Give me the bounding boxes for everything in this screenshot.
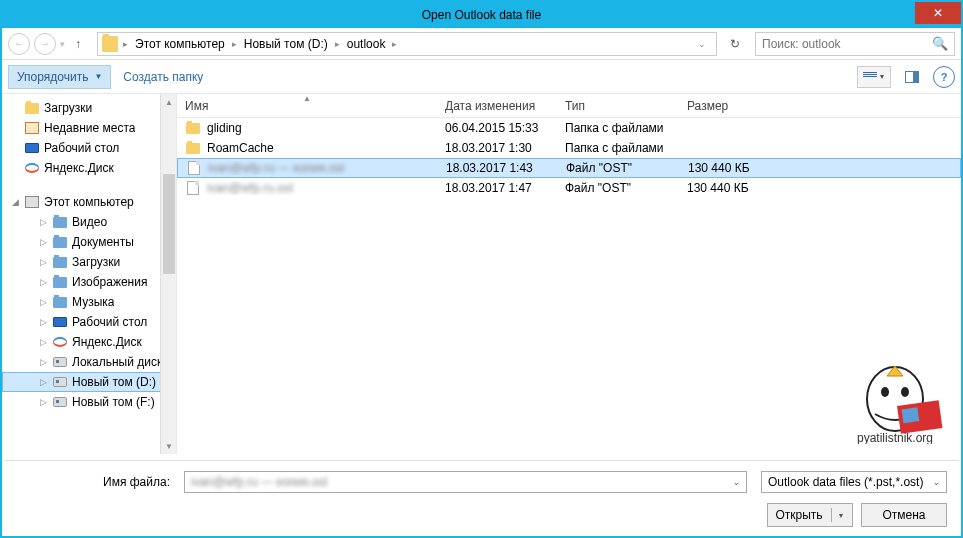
expand-icon[interactable]: ▷: [38, 357, 48, 367]
history-dropdown-icon[interactable]: ▾: [60, 39, 65, 49]
tree-item[interactable]: Рабочий стол: [2, 138, 176, 158]
scrollbar-thumb[interactable]: [163, 174, 175, 274]
up-button[interactable]: ↑: [69, 35, 87, 53]
collapse-icon[interactable]: ◢: [10, 197, 20, 207]
file-type: Файл "OST": [558, 161, 680, 175]
file-size: 130 440 КБ: [679, 181, 759, 195]
expand-icon[interactable]: ▷: [38, 257, 48, 267]
open-button[interactable]: Открыть ▼: [767, 503, 853, 527]
folder-blue-icon: [52, 255, 68, 269]
tree-item[interactable]: ▷ Рабочий стол: [2, 312, 176, 332]
breadcrumb-drive[interactable]: Новый том (D:): [242, 37, 330, 51]
tree-item[interactable]: ▷ Яндекс.Диск: [2, 332, 176, 352]
scroll-up-icon[interactable]: ▲: [161, 94, 177, 110]
folder-icon: [185, 141, 201, 155]
back-button[interactable]: ←: [8, 33, 30, 55]
chevron-down-icon[interactable]: ⌄: [692, 39, 712, 49]
file-row[interactable]: RoamCache 18.03.2017 1:30 Папка с файлам…: [177, 138, 961, 158]
sidebar: Загрузки Недавние места Рабочий стол Янд…: [2, 94, 177, 454]
file-name: gliding: [207, 121, 242, 135]
search-icon: 🔍: [932, 36, 948, 51]
breadcrumb-folder[interactable]: outlook: [345, 37, 388, 51]
tree-item-computer[interactable]: ◢ Этот компьютер: [2, 192, 176, 212]
navigation-bar: ← → ▾ ↑ ▸ Этот компьютер ▸ Новый том (D:…: [2, 28, 961, 60]
tree-item[interactable]: ▷ Изображения: [2, 272, 176, 292]
tree-item[interactable]: Яндекс.Диск: [2, 158, 176, 178]
column-header-date[interactable]: Дата изменения: [437, 99, 557, 113]
tree-label: Этот компьютер: [44, 195, 134, 209]
folder-blue-icon: [52, 215, 68, 229]
column-header-size[interactable]: Размер: [679, 99, 759, 113]
filename-label: Имя файла:: [16, 475, 176, 489]
search-box[interactable]: 🔍: [755, 32, 955, 56]
yadisk-icon: [52, 335, 68, 349]
folder-icon: [102, 36, 118, 52]
folder-blue-icon: [52, 295, 68, 309]
dialog-window: Open Outlook data file ✕ ← → ▾ ↑ ▸ Этот …: [0, 0, 963, 538]
expand-icon[interactable]: ▷: [38, 377, 48, 387]
organize-button[interactable]: Упорядочить ▼: [8, 65, 111, 89]
filetype-value: Outlook data files (*.pst,*.ost): [768, 475, 923, 489]
organize-label: Упорядочить: [17, 70, 88, 84]
breadcrumb[interactable]: ▸ Этот компьютер ▸ Новый том (D:) ▸ outl…: [97, 32, 717, 56]
titlebar: Open Outlook data file ✕: [2, 2, 961, 28]
tree-label: Новый том (F:): [72, 395, 155, 409]
file-date: 06.04.2015 15:33: [437, 121, 557, 135]
tree-label: Изображения: [72, 275, 147, 289]
file-row[interactable]: ivan@wfp.ru.ost 18.03.2017 1:47 Файл "OS…: [177, 178, 961, 198]
file-rows: gliding 06.04.2015 15:33 Папка с файлами…: [177, 118, 961, 454]
file-date: 18.03.2017 1:30: [437, 141, 557, 155]
tree-label: Видео: [72, 215, 107, 229]
file-name: ivan@wfp.ru — копия.ost: [208, 161, 345, 175]
tree-item[interactable]: ▷ Музыка: [2, 292, 176, 312]
tree-item[interactable]: ▷ Новый том (D:): [2, 372, 176, 392]
expand-icon[interactable]: ▷: [38, 277, 48, 287]
new-folder-button[interactable]: Создать папку: [123, 70, 203, 84]
tree-item[interactable]: ▷ Документы: [2, 232, 176, 252]
button-row: Открыть ▼ Отмена: [16, 503, 947, 527]
tree-item[interactable]: ▷ Загрузки: [2, 252, 176, 272]
preview-pane-icon: [905, 71, 919, 83]
filename-value: ivan@wfp.ru — копия.ost: [191, 475, 328, 489]
tree-item[interactable]: ▷ Новый том (F:): [2, 392, 176, 412]
folder-icon: [185, 121, 201, 135]
file-row[interactable]: gliding 06.04.2015 15:33 Папка с файлами: [177, 118, 961, 138]
expand-icon[interactable]: ▷: [38, 237, 48, 247]
tree-item[interactable]: ▷ Видео: [2, 212, 176, 232]
refresh-button[interactable]: ↻: [723, 32, 747, 56]
sidebar-scrollbar[interactable]: ▲ ▼: [160, 94, 176, 454]
help-button[interactable]: ?: [933, 66, 955, 88]
scroll-down-icon[interactable]: ▼: [161, 438, 177, 454]
list-view-icon: [863, 72, 877, 82]
bottom-bar: Имя файла: ivan@wfp.ru — копия.ost ⌄ Out…: [4, 460, 959, 534]
file-icon: [185, 181, 201, 195]
file-date: 18.03.2017 1:47: [437, 181, 557, 195]
expand-icon[interactable]: ▷: [38, 217, 48, 227]
filename-input[interactable]: ivan@wfp.ru — копия.ost ⌄: [184, 471, 747, 493]
tree-item[interactable]: ▷ Локальный диск: [2, 352, 176, 372]
body-area: Загрузки Недавние места Рабочий стол Янд…: [2, 94, 961, 454]
folder-blue-icon: [52, 235, 68, 249]
file-date: 18.03.2017 1:43: [438, 161, 558, 175]
yadisk-icon: [24, 161, 40, 175]
view-mode-button[interactable]: ▼: [857, 66, 891, 88]
cancel-button[interactable]: Отмена: [861, 503, 947, 527]
disk-icon: [52, 355, 68, 369]
preview-pane-button[interactable]: [901, 66, 923, 88]
column-header-type[interactable]: Тип: [557, 99, 679, 113]
file-row[interactable]: ivan@wfp.ru — копия.ost 18.03.2017 1:43 …: [177, 158, 961, 178]
close-button[interactable]: ✕: [915, 2, 961, 24]
expand-icon[interactable]: ▷: [38, 297, 48, 307]
filetype-select[interactable]: Outlook data files (*.pst,*.ost) ⌄: [761, 471, 947, 493]
tree-item[interactable]: Недавние места: [2, 118, 176, 138]
breadcrumb-root[interactable]: Этот компьютер: [133, 37, 227, 51]
file-icon: [186, 161, 202, 175]
expand-icon[interactable]: ▷: [38, 337, 48, 347]
tree-label: Локальный диск: [72, 355, 162, 369]
expand-icon[interactable]: ▷: [38, 397, 48, 407]
search-input[interactable]: [762, 37, 932, 51]
chevron-down-icon[interactable]: ⌄: [733, 478, 740, 487]
tree-item[interactable]: Загрузки: [2, 98, 176, 118]
forward-button[interactable]: →: [34, 33, 56, 55]
expand-icon[interactable]: ▷: [38, 317, 48, 327]
